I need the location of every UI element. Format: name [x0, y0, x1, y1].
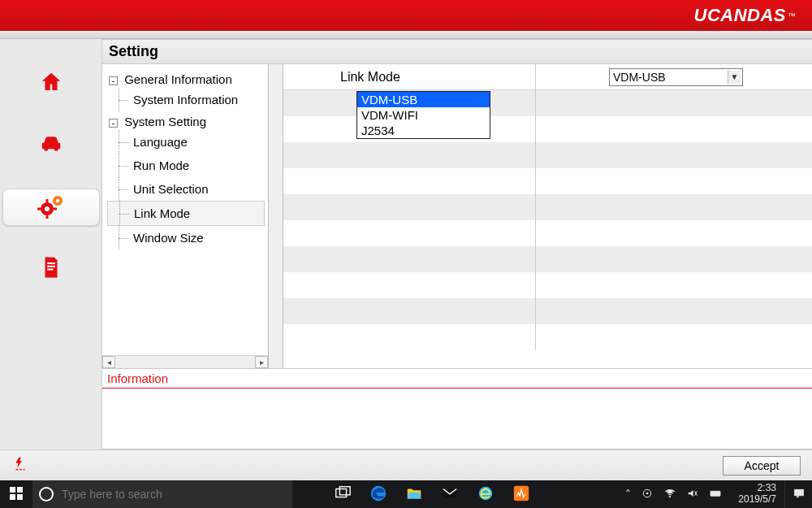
- svg-rect-4: [37, 208, 41, 211]
- taskbar-apps: [325, 480, 539, 508]
- wifi-icon[interactable]: [663, 487, 676, 502]
- main-area: Setting - General Information System Inf…: [0, 39, 812, 449]
- app-file-explorer[interactable]: [396, 480, 432, 508]
- svg-point-1: [45, 206, 50, 211]
- folder-icon: [405, 484, 423, 505]
- dropdown-option-j2534[interactable]: J2534: [357, 123, 490, 138]
- svg-rect-10: [10, 494, 15, 500]
- start-button[interactable]: [0, 480, 32, 508]
- clock-date: 2019/5/7: [738, 494, 776, 506]
- taskbar-clock[interactable]: 2:33 2019/5/7: [730, 483, 784, 506]
- tree-item-system-information[interactable]: System Information: [107, 88, 265, 111]
- diagnostic-app-icon: [512, 484, 530, 505]
- svg-point-7: [55, 199, 58, 202]
- search-input[interactable]: [62, 488, 273, 501]
- ie-icon: [477, 484, 495, 505]
- windows-taskbar: ˄ 2:33 2019/5/7: [0, 480, 812, 508]
- grid-row-empty: [283, 142, 812, 168]
- task-view-button[interactable]: [325, 480, 361, 508]
- tree-label: Language: [133, 135, 188, 149]
- grid-row-empty: [283, 324, 812, 350]
- brand-banner: UCANDAS ™: [0, 0, 812, 31]
- tree-item-unit-selection[interactable]: Unit Selection: [107, 177, 265, 201]
- grid-label: Link Mode: [283, 70, 535, 85]
- task-view-icon: [334, 484, 352, 505]
- cortana-icon: [39, 487, 54, 501]
- grid-value-cell: VDM-USB ▼: [536, 68, 812, 86]
- tree-label: General Information: [124, 72, 232, 86]
- tree-item-link-mode[interactable]: Link Mode: [107, 201, 265, 226]
- collapse-icon[interactable]: -: [109, 119, 118, 128]
- app-root: UCANDAS ™: [0, 0, 812, 508]
- accept-button[interactable]: Accept: [723, 456, 801, 475]
- report-icon: [39, 255, 63, 283]
- tree-label: System Information: [133, 93, 238, 106]
- keyboard-icon[interactable]: [709, 487, 722, 502]
- app-ie[interactable]: [468, 480, 503, 508]
- clock-time: 2:33: [738, 483, 776, 494]
- exit-button[interactable]: [11, 455, 29, 476]
- taskbar-tray: ˄ 2:33 2019/5/7: [625, 480, 812, 508]
- grid-row-link-mode: Link Mode VDM-USB ▼: [283, 64, 812, 90]
- edge-icon: [369, 484, 387, 505]
- tray-icons: ˄: [625, 487, 730, 502]
- tree-label: System Setting: [124, 115, 206, 128]
- tree-item-language[interactable]: Language: [107, 130, 265, 154]
- tree-item-run-mode[interactable]: Run Mode: [107, 154, 265, 177]
- volume-icon[interactable]: [686, 487, 699, 502]
- content-pane: Setting - General Information System Inf…: [102, 39, 812, 449]
- tree-group-general[interactable]: - General Information: [107, 69, 265, 88]
- taskbar-search[interactable]: [32, 480, 292, 508]
- content-split: - General Information System Information…: [102, 64, 812, 369]
- section-title: Setting: [102, 40, 812, 64]
- app-mail[interactable]: [432, 480, 468, 508]
- collapse-icon[interactable]: -: [109, 76, 118, 85]
- trademark: ™: [788, 11, 796, 20]
- nav-report[interactable]: [2, 250, 100, 288]
- tray-chevron-up-icon[interactable]: ˄: [625, 488, 631, 501]
- grid-row-empty: [283, 246, 812, 272]
- mail-icon: [441, 484, 459, 505]
- svg-rect-3: [45, 215, 48, 219]
- tree-label: Window Size: [133, 231, 204, 245]
- car-icon: [39, 132, 63, 159]
- svg-rect-5: [54, 208, 57, 211]
- action-center-button[interactable]: [784, 480, 812, 508]
- settings-tree[interactable]: - General Information System Information…: [102, 64, 269, 368]
- grid-row-empty: [283, 168, 812, 194]
- nav-vehicle[interactable]: [2, 127, 100, 164]
- tree-item-window-size[interactable]: Window Size: [107, 226, 265, 250]
- svg-rect-8: [10, 487, 15, 493]
- svg-rect-12: [336, 488, 347, 497]
- nav-home[interactable]: [2, 65, 100, 102]
- notification-icon: [793, 487, 806, 502]
- scroll-left-icon[interactable]: ◂: [102, 356, 115, 368]
- app-diagnostic[interactable]: [503, 480, 539, 508]
- split-divider[interactable]: [269, 64, 283, 368]
- settings-grid: Link Mode VDM-USB ▼: [283, 64, 812, 368]
- svg-rect-21: [710, 491, 720, 496]
- nav-settings[interactable]: [2, 189, 100, 226]
- link-mode-select[interactable]: VDM-USB ▼: [609, 68, 743, 86]
- location-icon[interactable]: [641, 487, 654, 502]
- chevron-down-icon[interactable]: ▼: [728, 71, 741, 84]
- home-icon: [39, 70, 63, 98]
- info-body: [102, 389, 812, 449]
- scroll-right-icon[interactable]: ▸: [255, 356, 268, 368]
- tree-hscrollbar[interactable]: ◂ ▸: [102, 355, 268, 368]
- info-header: Information: [102, 369, 812, 389]
- tree-group-system-setting[interactable]: - System Setting: [107, 111, 265, 130]
- tree-label: Link Mode: [134, 206, 190, 220]
- grid-row-empty: [283, 272, 812, 298]
- link-mode-dropdown[interactable]: VDM-USB VDM-WIFI J2534: [356, 91, 490, 139]
- svg-rect-2: [45, 199, 48, 202]
- app-edge[interactable]: [361, 480, 396, 508]
- grid-row-empty: [283, 194, 812, 220]
- grid-row-empty: [283, 298, 812, 324]
- dropdown-option-vdm-wifi[interactable]: VDM-WIFI: [357, 107, 490, 123]
- svg-rect-22: [794, 489, 803, 495]
- action-bar: Accept: [0, 449, 812, 480]
- dropdown-option-vdm-usb[interactable]: VDM-USB: [357, 92, 490, 107]
- svg-rect-11: [17, 494, 23, 500]
- windows-icon: [10, 487, 23, 502]
